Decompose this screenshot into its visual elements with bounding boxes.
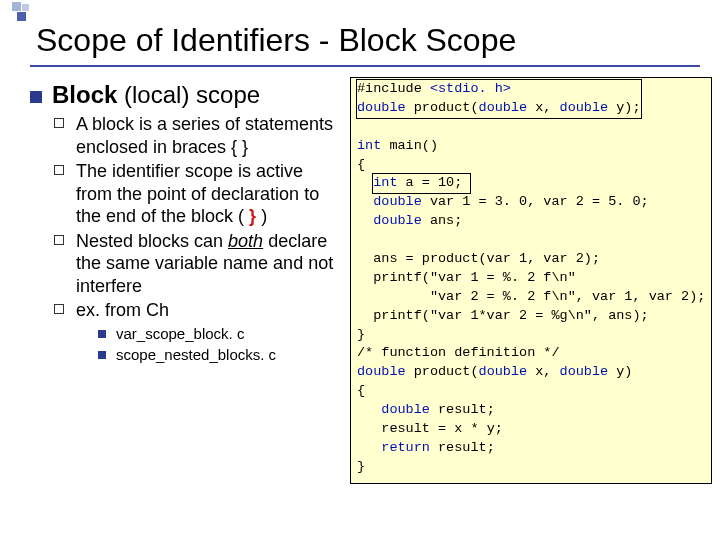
code: { <box>357 157 365 172</box>
code: double <box>357 100 406 115</box>
bullet-text: Nested blocks can <box>76 231 228 251</box>
code: } <box>357 459 365 474</box>
code: double <box>357 364 406 379</box>
list-item: The identifier scope is active from the … <box>54 160 340 228</box>
code: result; <box>430 440 495 455</box>
slide: Scope of Identifiers - Block Scope Block… <box>0 0 720 540</box>
subhead-bold: Block <box>52 81 117 108</box>
title-band: Scope of Identifiers - Block Scope <box>30 22 700 67</box>
code: result; <box>430 402 495 417</box>
square-bullet-icon <box>30 91 42 103</box>
code: main() <box>381 138 438 153</box>
left-column: Block (local) scope A block is a series … <box>30 77 340 484</box>
slide-body: Block (local) scope A block is a series … <box>30 77 700 484</box>
subhead-rest: (local) scope <box>117 81 260 108</box>
code: y); <box>608 100 640 115</box>
code: double <box>479 100 528 115</box>
list-item: Nested blocks can both declare the same … <box>54 230 340 298</box>
code: var 1 = 3. 0, var 2 = 5. 0; <box>422 194 649 209</box>
code: int <box>373 175 397 190</box>
code: } <box>357 327 365 342</box>
list-item: A block is a series of statements enclos… <box>54 113 340 158</box>
code: double <box>560 100 609 115</box>
bullet-list: A block is a series of statements enclos… <box>30 113 340 365</box>
code: product( <box>406 364 479 379</box>
code: <stdio. h> <box>430 81 511 96</box>
code: double <box>560 364 609 379</box>
corner-deco-icon <box>12 2 30 20</box>
code-box: #include <stdio. h> double product(doubl… <box>350 77 712 484</box>
code: printf("var 1*var 2 = %g\n", ans); <box>373 308 648 323</box>
list-item: var_scope_block. c <box>98 324 340 344</box>
bullet-text: A block is a series of statements enclos… <box>76 114 333 157</box>
code: printf("var 1 = %. 2 f\n" <box>373 270 576 285</box>
code: double <box>373 194 422 209</box>
list-item: scope_nested_blocks. c <box>98 345 340 365</box>
bullet-text: ex. from Ch <box>76 300 169 320</box>
code: double <box>479 364 528 379</box>
code: int <box>357 138 381 153</box>
list-item: ex. from Ch var_scope_block. c scope_nes… <box>54 299 340 365</box>
code: double <box>373 213 422 228</box>
code: x, <box>527 364 559 379</box>
sub-bullet-list: var_scope_block. c scope_nested_blocks. … <box>76 324 340 366</box>
slide-title: Scope of Identifiers - Block Scope <box>36 22 700 59</box>
code: ans = product(var 1, var 2); <box>373 251 600 266</box>
code: product( <box>406 100 479 115</box>
code: { <box>357 383 365 398</box>
code: double <box>381 402 430 417</box>
emph-text: both <box>228 231 263 251</box>
code: #include <box>357 81 430 96</box>
bullet-text: The identifier scope is active from the … <box>76 161 319 226</box>
code: y) <box>608 364 632 379</box>
subhead: Block (local) scope <box>30 81 340 109</box>
code: "var 2 = %. 2 f\n", var 1, var 2); <box>373 289 705 304</box>
code: x, <box>527 100 559 115</box>
code: return <box>381 440 430 455</box>
code: /* function definition */ <box>357 345 560 360</box>
code: a = 10; <box>398 175 463 190</box>
bullet-text: ) <box>256 206 267 226</box>
subhead-text: Block (local) scope <box>52 81 260 109</box>
code: result = x * y; <box>381 421 503 436</box>
code: ans; <box>422 213 463 228</box>
